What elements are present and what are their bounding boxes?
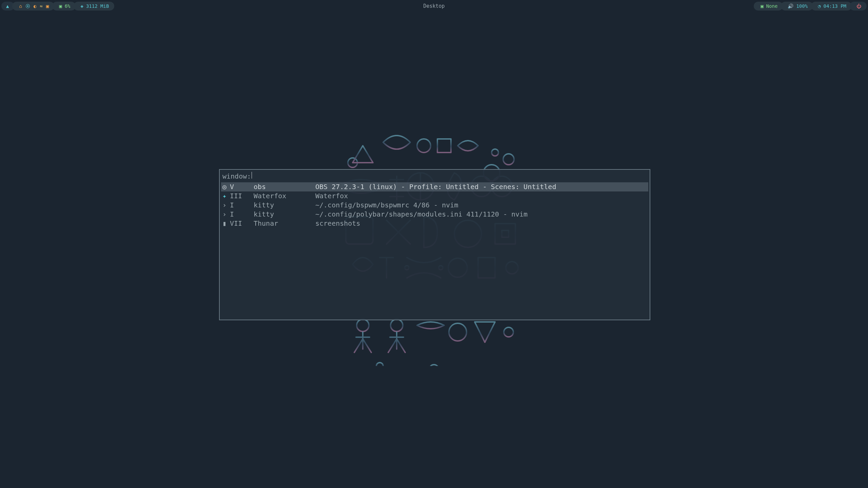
rofi-row-ws: VII [230,219,254,228]
obs-icon: ◎ [222,182,230,191]
rofi-row-title: screenshots [315,219,647,228]
rofi-row-title: OBS 27.2.3-1 (linux) - Profile: Untitled… [315,182,647,191]
rofi-result-list: ◎ V obs OBS 27.2.3-1 (linux) - Profile: … [221,182,648,228]
rofi-row-obs[interactable]: ◎ V obs OBS 27.2.3-1 (linux) - Profile: … [221,182,648,191]
status-bar: ▲ ⌂ ⦿ ◐ ≈ ▣ ▣ 6% ◈ 3112 MiB Desktop ▣ No… [0,0,868,12]
music-module[interactable]: ▣ None [754,2,783,11]
rofi-row-app: Thunar [254,219,315,228]
workspace-2-icon[interactable]: ⦿ [25,3,30,9]
clock-module[interactable]: ◔ 04:13 PM [811,2,852,11]
rofi-window-switcher[interactable]: window: ◎ V obs OBS 27.2.3-1 (linux) - P… [219,169,650,320]
folder-icon: ▮ [222,219,230,228]
cpu-module[interactable]: ▣ 6% [52,2,76,11]
rofi-row-thunar[interactable]: ▮ VII Thunar screenshots [221,219,648,228]
rofi-row-app: obs [254,182,315,191]
volume-icon: 🔊 [788,4,793,8]
svg-point-3 [503,154,514,165]
rofi-row-app: Waterfox [254,191,315,201]
rofi-row-app: kitty [254,201,315,210]
clock-value: 04:13 PM [824,3,846,9]
volume-value: 100% [796,3,808,9]
workspace-icons: ⌂ ⦿ ◐ ≈ ▣ [19,3,49,9]
rofi-prompt-label: window: [222,172,251,181]
svg-point-19 [376,363,383,366]
svg-point-2 [492,149,498,156]
rofi-row-ws: V [230,182,254,191]
workspace-1-icon[interactable]: ⌂ [19,3,22,9]
rofi-row-ws: I [230,201,254,210]
memory-icon: ◈ [80,4,83,8]
cpu-value: 6% [65,3,71,9]
power-icon: ⏻ [856,4,861,8]
rofi-row-ws: III [230,191,254,201]
workspace-4-icon[interactable]: ≈ [40,3,42,9]
svg-point-16 [391,319,403,331]
svg-point-17 [449,323,467,341]
workspace-5-icon[interactable]: ▣ [46,3,49,9]
rofi-prompt-row: window: [221,171,648,182]
rofi-row-title: Waterfox [315,191,647,201]
music-value: None [766,3,778,9]
rofi-search-input[interactable] [252,172,647,181]
music-icon: ▣ [761,4,763,8]
status-bar-left: ▲ ⌂ ⦿ ◐ ≈ ▣ ▣ 6% ◈ 3112 MiB [1,0,114,12]
svg-point-1 [417,139,431,152]
svg-point-20 [429,365,439,366]
rofi-row-kitty-2[interactable]: › I kitty ~/.config/polybar/shapes/modul… [221,210,648,219]
rofi-row-ws: I [230,210,254,219]
waterfox-icon: ✦ [222,191,230,201]
workspace-switcher[interactable]: ⌂ ⦿ ◐ ≈ ▣ [12,2,54,11]
workspace-3-icon[interactable]: ◐ [34,3,36,9]
arch-logo-icon: ▲ [6,4,9,8]
memory-module[interactable]: ◈ 3112 MiB [74,2,114,11]
rofi-row-title: ~/.config/bspwm/bspwmrc 4/86 - nvim [315,201,647,210]
rofi-row-waterfox[interactable]: ✦ III Waterfox Waterfox [221,191,648,201]
cpu-icon: ▣ [59,4,62,8]
volume-module[interactable]: 🔊 100% [781,2,813,11]
terminal-icon: › [222,210,230,219]
rofi-row-title: ~/.config/polybar/shapes/modules.ini 411… [315,210,647,219]
terminal-icon: › [222,201,230,210]
memory-value: 3112 MiB [86,3,109,9]
rofi-row-kitty-1[interactable]: › I kitty ~/.config/bspwm/bspwmrc 4/86 -… [221,201,648,210]
rofi-row-app: kitty [254,210,315,219]
status-bar-right: ▣ None 🔊 100% ◔ 04:13 PM ⏻ [754,0,867,12]
svg-point-15 [357,319,369,331]
window-title: Desktop [423,3,445,9]
svg-point-0 [348,158,357,167]
clock-icon: ◔ [818,4,821,8]
svg-point-18 [504,327,513,337]
power-menu[interactable]: ⏻ [850,2,867,11]
